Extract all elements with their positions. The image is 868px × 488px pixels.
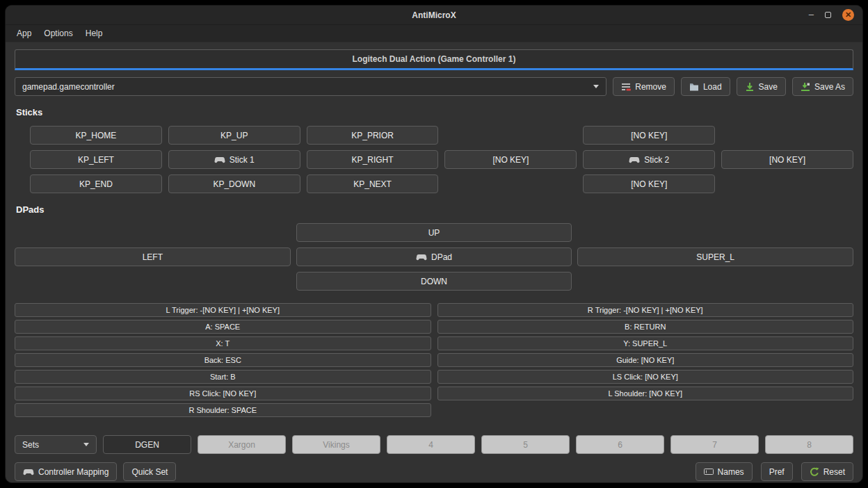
profile-row: gamepad.gamecontroller Remove Load Sav bbox=[15, 77, 853, 96]
binding-rs-click-button[interactable]: RS Click: [NO KEY] bbox=[15, 387, 431, 400]
gamepad-icon bbox=[214, 156, 225, 163]
pref-button[interactable]: Pref bbox=[761, 462, 793, 481]
stick2-name-label: Stick 2 bbox=[644, 155, 669, 165]
binding-r-shoulder-button[interactable]: R Shoulder: SPACE bbox=[15, 403, 431, 417]
reset-refresh-icon bbox=[810, 467, 819, 477]
menu-options[interactable]: Options bbox=[38, 26, 78, 40]
save-button-label: Save bbox=[759, 82, 778, 92]
binding-l-trigger-button[interactable]: L Trigger: -[NO KEY] | +[NO KEY] bbox=[15, 303, 431, 317]
gamepad-icon bbox=[629, 156, 640, 163]
maximize-icon[interactable] bbox=[825, 12, 831, 18]
window-title: AntiMicroX bbox=[6, 10, 862, 20]
folder-open-icon bbox=[689, 83, 699, 91]
names-button[interactable]: Names bbox=[696, 462, 753, 481]
save-as-icon bbox=[801, 82, 810, 92]
quick-set-label: Quick Set bbox=[131, 467, 168, 477]
stick1-up-button[interactable]: KP_UP bbox=[168, 126, 300, 145]
stick2-left-button[interactable]: [NO KEY] bbox=[444, 150, 577, 169]
minimize-icon[interactable]: – bbox=[809, 10, 814, 19]
close-icon[interactable]: ✕ bbox=[842, 9, 854, 21]
binding-y-button[interactable]: Y: SUPER_L bbox=[437, 336, 854, 350]
sets-selector-label: Sets bbox=[22, 440, 39, 450]
stick1-down-button[interactable]: KP_DOWN bbox=[168, 174, 300, 193]
binding-x-button[interactable]: X: T bbox=[15, 336, 431, 350]
sticks-heading: Sticks bbox=[16, 107, 853, 117]
bottom-right-group: Names Pref Reset bbox=[696, 462, 853, 481]
menu-help[interactable]: Help bbox=[80, 26, 108, 40]
set-tab-4[interactable]: 4 bbox=[387, 435, 475, 454]
reset-label: Reset bbox=[823, 467, 845, 477]
binding-ls-click-button[interactable]: LS Click: [NO KEY] bbox=[437, 370, 854, 384]
set-tab-2[interactable]: Xargon bbox=[198, 435, 286, 454]
dpad-name-label: DPad bbox=[431, 252, 452, 262]
set-tab-1[interactable]: DGEN bbox=[103, 435, 191, 454]
chevron-down-icon bbox=[83, 443, 89, 446]
set-tab-6[interactable]: 6 bbox=[576, 435, 664, 454]
chevron-down-icon bbox=[593, 85, 599, 88]
dpad-right-button[interactable]: SUPER_L bbox=[577, 247, 853, 266]
sets-row: Sets DGEN Xargon Vikings 4 5 6 7 8 bbox=[15, 417, 853, 454]
app-window: AntiMicroX – ✕ App Options Help Logitech… bbox=[5, 5, 863, 483]
profile-selected-value: gamepad.gamecontroller bbox=[22, 82, 115, 92]
bindings-left-column: L Trigger: -[NO KEY] | +[NO KEY] A: SPAC… bbox=[15, 303, 431, 417]
titlebar: AntiMicroX – ✕ bbox=[6, 6, 862, 25]
bottom-bar: Controller Mapping Quick Set Names Pref bbox=[15, 462, 853, 481]
binding-l-shoulder-button[interactable]: L Shoulder: [NO KEY] bbox=[437, 387, 854, 400]
stick2-down-button[interactable]: [NO KEY] bbox=[583, 174, 715, 193]
stick1-up-right-button[interactable]: KP_PRIOR bbox=[307, 126, 439, 145]
load-button-label: Load bbox=[703, 82, 722, 92]
remove-button[interactable]: Remove bbox=[613, 77, 675, 96]
stick1-name-label: Stick 1 bbox=[230, 155, 255, 165]
load-button[interactable]: Load bbox=[681, 77, 730, 96]
save-download-icon bbox=[745, 82, 755, 92]
rename-field-icon bbox=[704, 468, 714, 475]
remove-icon bbox=[621, 82, 631, 92]
window-controls: – ✕ bbox=[809, 6, 854, 24]
binding-guide-button[interactable]: Guide: [NO KEY] bbox=[437, 353, 854, 367]
dpads-heading: DPads bbox=[16, 204, 853, 215]
dpad-up-button[interactable]: UP bbox=[296, 223, 572, 242]
menu-app[interactable]: App bbox=[11, 26, 37, 40]
dpad-left-button[interactable]: LEFT bbox=[15, 247, 291, 266]
save-button[interactable]: Save bbox=[737, 77, 786, 96]
profile-select[interactable]: gamepad.gamecontroller bbox=[15, 77, 606, 96]
binding-a-button[interactable]: A: SPACE bbox=[15, 320, 431, 334]
stick1-down-left-button[interactable]: KP_END bbox=[30, 174, 162, 193]
pref-label: Pref bbox=[769, 467, 785, 477]
tab-controller[interactable]: Logitech Dual Action (Game Controller 1) bbox=[15, 49, 853, 70]
stick1-right-button[interactable]: KP_RIGHT bbox=[307, 150, 439, 169]
dpad-down-button[interactable]: DOWN bbox=[296, 272, 572, 291]
save-as-button[interactable]: Save As bbox=[792, 77, 853, 96]
sticks-grid: KP_HOME KP_UP KP_PRIOR [NO KEY] KP_LEFT … bbox=[15, 126, 853, 193]
bindings-right-column: R Trigger: -[NO KEY] | +[NO KEY] B: RETU… bbox=[437, 303, 854, 417]
stick1-down-right-button[interactable]: KP_NEXT bbox=[307, 174, 439, 193]
sets-selector[interactable]: Sets bbox=[15, 435, 97, 454]
menubar: App Options Help bbox=[6, 25, 862, 42]
binding-r-trigger-button[interactable]: R Trigger: -[NO KEY] | +[NO KEY] bbox=[437, 303, 854, 317]
reset-button[interactable]: Reset bbox=[801, 462, 853, 481]
button-bindings: L Trigger: -[NO KEY] | +[NO KEY] A: SPAC… bbox=[15, 303, 853, 417]
remove-button-label: Remove bbox=[635, 82, 666, 92]
gamepad-icon bbox=[416, 254, 427, 261]
names-label: Names bbox=[718, 467, 744, 477]
binding-back-button[interactable]: Back: ESC bbox=[15, 353, 431, 367]
stick2-name-button[interactable]: Stick 2 bbox=[583, 150, 715, 169]
set-tab-5[interactable]: 5 bbox=[481, 435, 570, 454]
controller-mapping-button[interactable]: Controller Mapping bbox=[15, 462, 117, 481]
set-tab-7[interactable]: 7 bbox=[670, 435, 759, 454]
stick2-up-button[interactable]: [NO KEY] bbox=[583, 126, 715, 145]
quick-set-button[interactable]: Quick Set bbox=[123, 462, 176, 481]
stick2-right-button[interactable]: [NO KEY] bbox=[721, 150, 853, 169]
gamepad-icon bbox=[23, 469, 34, 475]
set-tab-8[interactable]: 8 bbox=[765, 435, 853, 454]
binding-b-button[interactable]: B: RETURN bbox=[437, 320, 854, 334]
stick1-left-button[interactable]: KP_LEFT bbox=[30, 150, 162, 169]
set-tab-3[interactable]: Vikings bbox=[292, 435, 380, 454]
save-as-button-label: Save As bbox=[814, 82, 845, 92]
stick1-up-left-button[interactable]: KP_HOME bbox=[30, 126, 162, 145]
dpad-grid: UP LEFT DPad SUPER_L DOWN bbox=[15, 223, 853, 291]
binding-start-button[interactable]: Start: B bbox=[15, 370, 431, 384]
controller-mapping-label: Controller Mapping bbox=[38, 467, 108, 477]
dpad-name-button[interactable]: DPad bbox=[296, 247, 572, 266]
stick1-name-button[interactable]: Stick 1 bbox=[168, 150, 300, 169]
